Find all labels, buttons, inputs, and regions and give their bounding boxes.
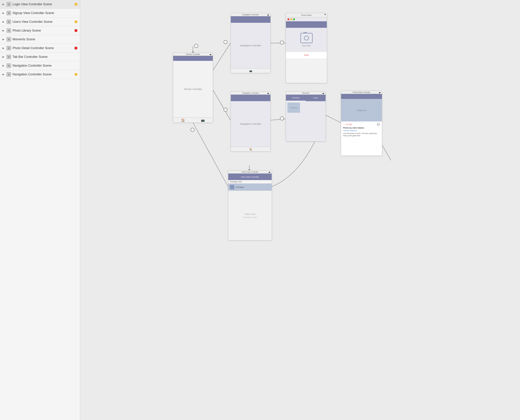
scene-icon: ⊞ — [7, 28, 11, 33]
nav-bar — [286, 21, 327, 28]
sidebar-item-label: Navigation Controller Scene — [13, 64, 77, 67]
expand-arrow: ▶ — [3, 38, 5, 41]
photo-detail-info: ♡ 32 Likes ··· 💬 Photo by John Adams Tho… — [341, 121, 382, 156]
scene-dot — [269, 172, 270, 173]
scene-title: Photo Library — [286, 13, 327, 17]
traffic-light-green — [293, 18, 295, 20]
sidebar-item-signup[interactable]: ▶ ⊞ Signup View Controller Scene — [0, 9, 80, 18]
cell-avatar — [230, 185, 234, 189]
nav-controller-2-scene: Navigation Controller Navigation Control… — [231, 91, 271, 152]
status-badge — [74, 47, 77, 50]
status-badge — [74, 20, 77, 23]
prototype-content-label: Prototype Content — [243, 216, 257, 218]
status-badge — [74, 73, 77, 76]
sidebar-item-label: Navigation Controller Scene — [13, 73, 73, 76]
svg-line-5 — [193, 123, 228, 187]
sidebar-item-label: Moments Scene — [13, 38, 77, 41]
comment-icon: 💬 — [377, 123, 380, 126]
expand-arrow: ▶ — [3, 12, 5, 14]
tab-bar-controller-scene: Tab Bar Controller Tab Bar Controller 🏠 … — [173, 53, 213, 123]
photo-library-scene: Photo Library Take Photo — [286, 13, 327, 83]
expand-arrow: ▶ — [3, 64, 5, 67]
svg-line-1 — [213, 90, 231, 120]
sidebar: ▶ ⊞ Login View Controller Scene ▶ ⊞ Sign… — [0, 0, 80, 420]
sidebar-item-tab-bar[interactable]: ▶ ⊞ Tab Bar Controller Scene — [0, 53, 80, 61]
expand-arrow: ▶ — [3, 56, 5, 58]
scene-dot — [379, 92, 380, 93]
nav-bar — [231, 95, 270, 101]
scene-icon: ⊞ — [7, 46, 11, 50]
photo-detail-scene: Photo Detail Controller ImageView ♡ 32 L… — [341, 91, 382, 156]
sidebar-item-moments[interactable]: ▶ ⊞ Moments Scene — [0, 35, 80, 44]
users-tab[interactable]: Users — [306, 95, 326, 101]
sidebar-item-label: Photo Library Scene — [13, 29, 73, 32]
scene-dot — [323, 93, 324, 94]
segue-circle-1 — [224, 40, 228, 44]
scene-dot — [210, 54, 211, 55]
table-view-area: Table View Prototype Content — [228, 191, 272, 240]
svg-line-4 — [326, 115, 341, 123]
nav-controller-body: Navigation Controller — [231, 101, 270, 147]
username-link[interactable]: Thomas Jefferson — [343, 130, 380, 131]
segue-circle-2 — [280, 41, 284, 45]
scene-dot — [267, 15, 269, 16]
likes-count: 32 Likes — [346, 123, 352, 125]
scene-icon: ⊞ — [7, 11, 11, 15]
tab-bar-label: Tab Bar Controller — [173, 61, 213, 117]
full-name-label: Full Name — [236, 186, 244, 188]
sidebar-item-nav1[interactable]: ▶ ⊞ Navigation Controller Scene — [0, 61, 80, 70]
storyboard-canvas[interactable]: Tab Bar Controller Tab Bar Controller 🏠 … — [80, 0, 520, 420]
expand-arrow: ▶ — [3, 29, 5, 32]
heart-icon: ♡ — [343, 123, 345, 125]
users-view-controller-scene: Users View Controller Users View Control… — [228, 170, 272, 240]
scene-icon: ⊞ — [7, 2, 11, 7]
segue-circle-6 — [194, 44, 198, 48]
users-nav-bar: Users View Controller — [228, 174, 272, 180]
moments-tab-header: Moments Users — [286, 95, 326, 101]
nav-controller-1-scene: Navigation Controller Navigation Control… — [231, 13, 271, 73]
sidebar-item-photo-library[interactable]: ▶ ⊞ Photo Library Scene — [0, 26, 80, 35]
segue-circle-5 — [190, 128, 194, 132]
nav-label: Navigation Controller — [240, 44, 261, 47]
photo-by-label: Photo by John Adams — [343, 127, 380, 129]
like-row: ♡ 32 Likes ··· 💬 — [343, 123, 380, 126]
sidebar-item-photo-detail[interactable]: ▶ ⊞ Photo Detail Controller Scene — [0, 44, 80, 53]
status-badge — [74, 3, 77, 6]
scene-icon: ⊞ — [7, 55, 11, 59]
moments-scene: Moments Moments Users ImageView — [286, 91, 326, 142]
sidebar-item-label: Users View Controller Scene — [13, 20, 73, 24]
nav-label: Navigation Controller — [240, 123, 261, 125]
scene-icon: ⊞ — [7, 63, 11, 68]
sidebar-item-login[interactable]: ▶ ⊞ Login View Controller Scene — [0, 0, 80, 9]
prototype-cell-row: Full Name — [228, 184, 272, 191]
svg-line-0 — [213, 43, 231, 70]
scene-dot — [267, 93, 269, 94]
sidebar-item-label: Tab Bar Controller Scene — [13, 55, 77, 59]
scene-title: Users View Controller — [228, 171, 272, 174]
post-button[interactable]: Post — [304, 54, 308, 56]
prototype-cells-label: Prototype Cells — [228, 180, 272, 184]
scene-title: Navigation Controller — [231, 13, 270, 16]
expand-arrow: ▶ — [3, 73, 5, 76]
scene-icon: ⊞ — [7, 37, 11, 42]
photo-detail-image: ImageView — [341, 99, 382, 121]
expand-arrow: ▶ — [3, 21, 5, 23]
tab-bar-icons: 🏠 📷 — [173, 117, 213, 122]
scene-title: Moments — [286, 92, 326, 95]
segue-circle-4 — [280, 116, 284, 120]
svg-line-6 — [382, 145, 391, 160]
scene-title: Photo Detail Controller — [341, 91, 382, 94]
sidebar-item-nav2[interactable]: ▶ ⊞ Navigation Controller Scene — [0, 70, 80, 79]
more-options-icon: ··· — [373, 123, 376, 125]
sidebar-item-users[interactable]: ▶ ⊞ Users View Controller Scene — [0, 18, 80, 26]
traffic-light-yellow — [290, 18, 292, 20]
scene-title: Tab Bar Controller — [173, 53, 213, 56]
image-view: ImageView — [287, 103, 300, 113]
sidebar-item-label: Signup View Controller Scene — [13, 11, 77, 15]
camera-icon — [300, 33, 313, 43]
status-badge — [74, 29, 77, 32]
moments-tab[interactable]: Moments — [286, 95, 306, 101]
take-photo-label: Take Photo — [302, 45, 311, 47]
nav-bar — [231, 16, 270, 23]
scene-title: Navigation Controller — [231, 92, 270, 95]
